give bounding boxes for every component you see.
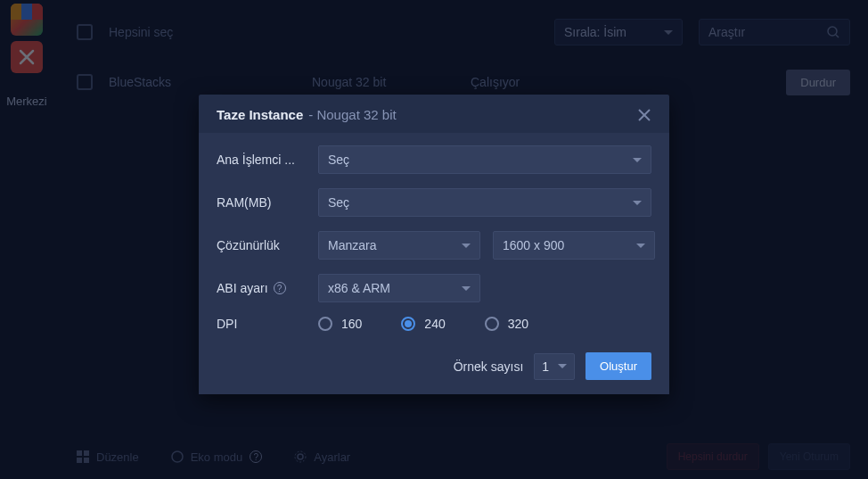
modal-overlay: Taze Instance - Nougat 32 bit Ana İşlemc… bbox=[0, 0, 868, 479]
dpi-label: DPI bbox=[217, 317, 318, 331]
modal-header: Taze Instance - Nougat 32 bit bbox=[199, 95, 669, 133]
chevron-down-icon bbox=[636, 244, 645, 248]
ram-label: RAM(MB) bbox=[217, 195, 318, 210]
chevron-down-icon bbox=[462, 244, 471, 248]
chevron-down-icon bbox=[462, 286, 471, 291]
dpi-radio-320[interactable]: 320 bbox=[485, 317, 528, 331]
close-icon bbox=[637, 108, 651, 122]
modal-subtitle: - Nougat 32 bit bbox=[308, 107, 396, 122]
ram-dropdown[interactable]: Seç bbox=[318, 188, 651, 217]
chevron-down-icon bbox=[558, 364, 567, 368]
abi-dropdown[interactable]: x86 & ARM bbox=[318, 274, 480, 302]
abi-label: ABI ayarı bbox=[217, 281, 268, 295]
orientation-dropdown[interactable]: Manzara bbox=[318, 231, 480, 260]
dpi-radio-160[interactable]: 160 bbox=[318, 317, 362, 331]
create-button[interactable]: Oluştur bbox=[585, 352, 651, 380]
info-icon[interactable]: ? bbox=[274, 282, 286, 294]
cpu-label: Ana İşlemci ... bbox=[217, 153, 318, 167]
modal-title: Taze Instance bbox=[217, 107, 303, 122]
modal-body: Ana İşlemci ... Seç RAM(MB) Seç Çözünürl… bbox=[199, 133, 669, 394]
resolution-label: Çözünürlük bbox=[217, 238, 318, 252]
resolution-size-dropdown[interactable]: 1600 x 900 bbox=[493, 231, 655, 260]
radio-icon bbox=[485, 317, 499, 331]
cpu-dropdown[interactable]: Seç bbox=[318, 145, 651, 174]
instance-count-label: Örnek sayısı bbox=[454, 359, 524, 374]
chevron-down-icon bbox=[633, 201, 642, 205]
radio-icon bbox=[401, 317, 415, 331]
instance-count-dropdown[interactable]: 1 bbox=[534, 353, 575, 380]
dpi-radio-240[interactable]: 240 bbox=[401, 317, 445, 331]
new-instance-modal: Taze Instance - Nougat 32 bit Ana İşlemc… bbox=[199, 95, 669, 394]
close-button[interactable] bbox=[637, 108, 651, 122]
modal-footer: Örnek sayısı 1 Oluştur bbox=[217, 352, 651, 380]
radio-icon bbox=[318, 317, 332, 331]
chevron-down-icon bbox=[633, 158, 642, 162]
